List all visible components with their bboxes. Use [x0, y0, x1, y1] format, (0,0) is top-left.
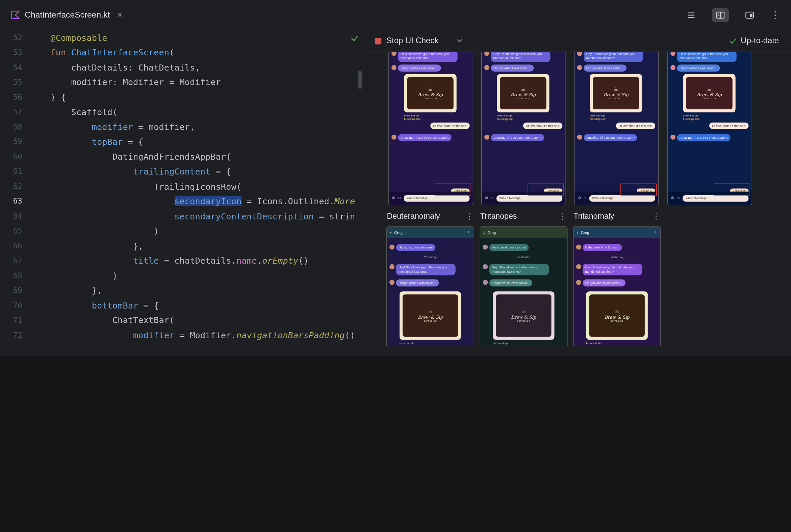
phone-screen: ‹Greg⋮Haha, next time for sure!Yesterday…	[387, 227, 474, 346]
preview-card[interactable]: ‹Greg⋮Haha, next time for sure!Yesterday…	[573, 227, 660, 346]
code-line[interactable]: 55 modifier: Modifier = Modifier	[0, 75, 367, 90]
link-url: brew&sip.com	[590, 117, 642, 120]
chat-bubble: Hey! Should we go to that cafe you menti…	[398, 52, 457, 62]
panel-header-icons: ⋮	[748, 355, 791, 356]
brew-sip-logo: ☕Brew & SipCOFFEE+CO	[589, 295, 645, 337]
code-line[interactable]: 63 secondaryIcon = Icons.Outlined.More	[0, 194, 367, 209]
link-image: ☕Brew & SipCOFFEE+CO	[404, 74, 456, 113]
code-line[interactable]: 52@Composable	[0, 31, 367, 45]
code-line[interactable]: 67 title = chatDetails.name.orEmpty()	[0, 253, 367, 268]
brew-sip-logo: ☕Brew & SipCOFFEE+CO	[496, 295, 551, 337]
code-text: },	[50, 286, 102, 296]
design-view-button[interactable]	[741, 8, 758, 22]
avatar	[576, 264, 581, 269]
preview-card[interactable]: Hey! Should we go to that cafe you menti…	[389, 52, 473, 205]
phone-screen: Hey! Should we go to that cafe you menti…	[574, 52, 658, 205]
tab-file[interactable]: File	[77, 346, 111, 356]
line-number: 66	[0, 241, 22, 250]
code-editor[interactable]: 52@Composable53fun ChatInterfaceScreen(5…	[0, 31, 367, 346]
code-line[interactable]: 69 },	[0, 283, 367, 298]
editor-scrollbar[interactable]	[358, 71, 362, 89]
avatar	[670, 65, 676, 70]
code-token: orEmpty	[262, 256, 298, 266]
tab-problems[interactable]: Problems	[19, 346, 77, 356]
emoji-icon: ☺	[398, 196, 402, 200]
code-line[interactable]: 54 chatDetails: ChatDetails,	[0, 60, 367, 75]
variant-menu-icon[interactable]: ⋮	[558, 212, 567, 221]
message-row: Haha, next time for sure!	[387, 244, 474, 251]
tab-compose[interactable]: Compose	[181, 346, 237, 356]
link-image: ☕Brew & SipCOFFEE+CO	[493, 292, 554, 340]
variant-menu-icon[interactable]: ⋮	[652, 212, 660, 221]
link-image: ☕Brew & SipCOFFEE+CO	[590, 74, 642, 113]
code-text: Scaffold(	[50, 107, 117, 117]
variant-menu-icon[interactable]: ⋮	[465, 212, 474, 221]
code-line[interactable]: 65 )	[0, 224, 367, 238]
code-line[interactable]: 56) {	[0, 90, 367, 104]
code-line[interactable]: 73 onAddClick = {}	[0, 343, 367, 346]
code-token: topBar	[92, 137, 123, 147]
code-text: )	[50, 271, 117, 281]
code-view-button[interactable]	[683, 8, 700, 22]
close-tab-icon[interactable]: ✕	[117, 11, 122, 19]
file-tab[interactable]: ChatInterfaceScreen.kt ✕	[0, 0, 131, 30]
tab-label: Project Errors	[122, 355, 171, 356]
variant-label-row: Deuteranomaly⋮	[387, 209, 474, 224]
code-token: ChatTextBar(	[50, 315, 174, 325]
brew-sip-logo: ☕Brew & SipCOFFEE+CO	[500, 77, 546, 110]
code-line[interactable]: 72 modifier = Modifier.navigationBarsPad…	[0, 328, 367, 343]
panel-options-icon[interactable]: ⋮	[748, 355, 758, 356]
emoji-icon: ☺	[583, 196, 587, 200]
code-line[interactable]: 64 secondaryContentDescription = strin	[0, 209, 367, 224]
avatar	[670, 135, 676, 140]
code-line[interactable]: 53fun ChatInterfaceScreen(	[0, 45, 367, 60]
preview-card[interactable]: ‹Greg⋮Haha, next time for sure!Yesterday…	[387, 227, 474, 346]
link-preview-card: ☕Brew & SipCOFFEE+CObrew and sipbrew&sip…	[586, 292, 648, 346]
inspections-ok-icon[interactable]	[351, 34, 359, 44]
message-input: Write A Message	[683, 195, 749, 201]
brand-tagline: COFFEE+CO	[424, 320, 437, 322]
split-view-button[interactable]	[712, 8, 729, 22]
code-line[interactable]: 57 Scaffold(	[0, 104, 367, 119]
preview-canvas[interactable]: Hey! Should we go to that cafe you menti…	[367, 52, 791, 346]
chat-header: ‹Greg⋮	[480, 227, 567, 238]
code-line[interactable]: 58 modifier = modifier,	[0, 119, 367, 134]
chevron-down-icon[interactable]	[457, 39, 463, 43]
preview-card[interactable]: Hey! Should we go to that cafe you menti…	[574, 52, 658, 205]
day-label: Yesterday	[480, 256, 567, 259]
stop-icon[interactable]	[375, 37, 381, 44]
code-line[interactable]: 59 topBar = {	[0, 134, 367, 149]
stop-ui-check-button[interactable]: Stop UI Check	[386, 36, 438, 45]
editor-more-options-icon[interactable]: ⋮	[770, 10, 780, 20]
link-preview-card: ☕Brew & SipCOFFEE+CObrew and sipbrew&sip…	[404, 74, 456, 120]
chat-bubble: Amazing, I'll see you there at 2pm?	[584, 134, 637, 141]
code-text: bottomBar = {	[50, 300, 159, 310]
tab-project-errors[interactable]: Project Errors	[111, 346, 181, 356]
code-line[interactable]: 70 bottomBar = {	[0, 298, 367, 313]
code-token: DatingAndFriendsAppBar(	[50, 152, 231, 162]
link-caption: brew and sip	[683, 114, 735, 117]
message-input: Write A Message	[404, 195, 470, 201]
close-tab-icon[interactable]: ✕	[447, 356, 453, 356]
back-icon: ‹	[483, 230, 485, 235]
day-label: Yesterday	[387, 256, 474, 259]
code-line[interactable]: 60 DatingAndFriendsAppBar(	[0, 149, 367, 164]
preview-card[interactable]: Hey! Should we go to that cafe you menti…	[668, 52, 752, 205]
avatar	[483, 264, 488, 269]
code-line[interactable]: 66 },	[0, 238, 367, 253]
minimize-button[interactable]	[772, 355, 779, 356]
avatar	[389, 264, 394, 269]
preview-card[interactable]: Hey! Should we go to that cafe you menti…	[482, 52, 565, 205]
code-line[interactable]: 61 trailingContent = {	[0, 164, 367, 179]
chat-bubble-sent: I'd love that! It's this one.	[616, 122, 655, 129]
tab-chatinterfacescreenpreview-sortedchatdetails-0-[interactable]: ChatInterfaceScreenPreview (sortedChatDe…	[237, 346, 463, 356]
chat-bubble: I forgot what it was called...	[490, 280, 532, 287]
code-token: },	[50, 241, 143, 251]
link-image: ☕Brew & SipCOFFEE+CO	[400, 292, 461, 340]
code-line[interactable]: 68 )	[0, 268, 367, 283]
code-line[interactable]: 62 TrailingIconsRow(	[0, 179, 367, 194]
code-token: )	[50, 271, 117, 281]
preview-card[interactable]: ‹Greg⋮Haha, next time for sure!Yesterday…	[480, 227, 567, 346]
code-token: fun	[50, 48, 71, 58]
code-line[interactable]: 71 ChatTextBar(	[0, 313, 367, 328]
